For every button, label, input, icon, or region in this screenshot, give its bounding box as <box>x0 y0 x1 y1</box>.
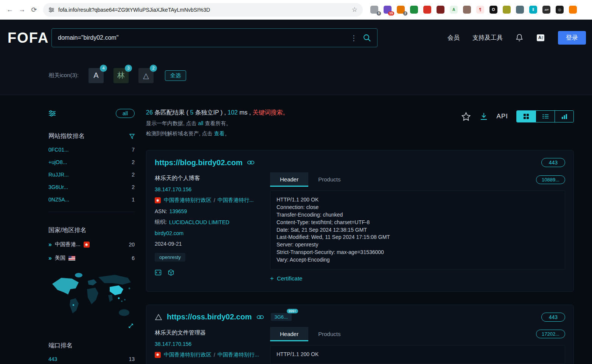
region-item[interactable]: » 中国香港... ✱ 20 <box>48 241 135 248</box>
ext-cyan-bars[interactable]: ‖ <box>529 6 537 14</box>
search-more-icon[interactable]: ⋮ <box>350 34 357 42</box>
ext-red-pilcrow[interactable]: ¶ <box>476 6 484 14</box>
nav-member[interactable]: 会员 <box>447 34 460 42</box>
ext-dark-target[interactable]: ◎ <box>556 6 564 14</box>
keyword-search-link[interactable]: 关键词搜索。 <box>253 109 289 116</box>
fingerprint-link[interactable]: +ujO8... <box>48 159 67 165</box>
fingerprint-count: 2 <box>132 172 135 178</box>
ext-green-leaf[interactable] <box>410 6 418 14</box>
http-header-block: HTTP/1.1 200 OK Connection: close Transf… <box>270 191 565 270</box>
body-hash-badge[interactable]: 10889... <box>536 175 565 184</box>
translate-icon[interactable]: A <box>536 33 545 42</box>
all-filter-pill[interactable]: all <box>116 109 135 118</box>
ext-red-flame[interactable] <box>423 6 431 14</box>
fofa-logo[interactable]: FOFA <box>8 30 49 46</box>
collect-star-icon[interactable] <box>461 112 471 121</box>
fingerprint-link[interactable]: 0FC01... <box>48 147 69 153</box>
search-box[interactable]: ⋮ <box>51 28 378 47</box>
ext-ship[interactable] <box>516 6 524 14</box>
map-expand-icon[interactable] <box>128 323 134 329</box>
notification-bell-icon[interactable] <box>516 34 523 42</box>
stats-text: 。 <box>225 130 230 136</box>
port-badge[interactable]: 443 <box>541 158 565 167</box>
product-cube-icon[interactable] <box>168 269 174 276</box>
fingerprint-link[interactable]: 3G6Ur... <box>48 184 68 190</box>
ext-orange-badge2[interactable]: 2 <box>397 6 405 14</box>
select-all-button[interactable]: 全选 <box>165 70 186 81</box>
region-count: 6 <box>132 255 135 261</box>
ext-purple-badge15[interactable]: 15 <box>384 6 392 14</box>
browser-chrome: ← → ⟳ fofa.info/result?qbase64=ZG9tYWluP… <box>0 0 592 20</box>
chart-view-button[interactable] <box>555 111 573 122</box>
url-text[interactable]: fofa.info/result?qbase64=ZG9tYWluPSJiaXJ… <box>58 7 352 13</box>
region-link[interactable]: 中国香港特别行... <box>218 352 259 358</box>
link-chain-icon[interactable] <box>247 160 255 165</box>
nav-support-tools[interactable]: 支持及工具 <box>472 34 503 42</box>
server-tag[interactable]: openresty <box>155 253 185 262</box>
api-button[interactable]: API <box>497 113 508 120</box>
search-icon[interactable] <box>363 34 371 42</box>
asn-link[interactable]: 139659 <box>169 208 187 214</box>
region-link[interactable]: 中国香港特别行政区 <box>164 197 211 204</box>
ext-git[interactable]: .GIT <box>542 6 550 14</box>
fingerprint-link[interactable]: RuJJR... <box>48 172 69 178</box>
ext-olive-grid[interactable] <box>503 6 511 14</box>
region-name[interactable]: 中国香港... <box>55 241 81 248</box>
ext-dark-red[interactable] <box>437 6 444 14</box>
filter-sliders-icon[interactable] <box>48 110 56 117</box>
tab-header[interactable]: Header <box>270 172 308 187</box>
login-button[interactable]: 登录 <box>558 31 586 45</box>
ext-gray-badge0[interactable]: 0 <box>370 6 378 14</box>
domain-link[interactable]: birdy02.com <box>155 230 183 236</box>
funnel-filter-icon[interactable] <box>129 134 135 139</box>
download-icon[interactable] <box>479 112 488 121</box>
code-window-icon[interactable] <box>155 269 162 276</box>
related-icons-bar: 相关icon(3): A 4 林 3 △ 2 全选 <box>0 56 592 95</box>
all-link[interactable]: all <box>198 120 204 126</box>
refresh-button[interactable]: ⟳ <box>28 4 40 16</box>
fingerprint-chip[interactable]: 3G6... 999+ <box>271 313 292 321</box>
bookmark-star-icon[interactable]: ☆ <box>352 6 357 14</box>
search-input[interactable] <box>58 34 347 41</box>
ext-black-ring[interactable]: O <box>489 6 497 14</box>
results-stats: 26 条匹配结果 ( 5 条独立IP ) , 102 ms , 关键词搜索。 显… <box>146 109 289 137</box>
region-link[interactable]: 中国香港特别行政区 <box>164 352 211 358</box>
forward-button[interactable]: → <box>16 4 28 16</box>
result-ip-link[interactable]: 38.147.170.156 <box>155 341 191 347</box>
certificate-toggle[interactable]: + Certificate <box>270 275 565 282</box>
url-bar[interactable]: fofa.info/result?qbase64=ZG9tYWluPSJiaXJ… <box>43 3 363 17</box>
divider <box>48 212 135 212</box>
list-view-button[interactable] <box>536 111 555 122</box>
region-separator: / <box>214 197 215 203</box>
related-icon-tile-3[interactable]: △ 2 <box>138 68 154 83</box>
region-item[interactable]: » 美国 6 <box>48 255 135 262</box>
link-chain-icon[interactable] <box>256 314 264 320</box>
body-hash-badge[interactable]: 17202... <box>536 330 565 338</box>
region-name[interactable]: 美国 <box>55 255 65 262</box>
org-link[interactable]: LUCIDACLOUD LIMITED <box>169 219 229 225</box>
related-icon-tile-2[interactable]: 林 3 <box>113 68 129 83</box>
favicon-glyph: △ <box>143 71 149 80</box>
port-link[interactable]: 443 <box>48 356 57 362</box>
tab-products[interactable]: Products <box>308 327 350 341</box>
view-toggle <box>516 110 574 122</box>
tab-header[interactable]: Header <box>270 327 308 341</box>
result-ip-link[interactable]: 38.147.170.156 <box>155 186 191 192</box>
port-badge[interactable]: 443 <box>541 313 565 322</box>
region-link[interactable]: 中国香港特行... <box>218 197 254 204</box>
ext-green-a[interactable]: A <box>450 6 458 14</box>
region-rank-title: 国家/地区排名 <box>48 226 86 234</box>
site-settings-icon[interactable] <box>48 7 54 13</box>
fingerprint-link[interactable]: 0NZ5A... <box>48 197 69 203</box>
region-separator: / <box>214 352 215 358</box>
view-link[interactable]: 查看 <box>214 130 225 136</box>
http-header-line: Date: Sat, 21 Sep 2024 12:38:15 GMT <box>277 226 559 234</box>
result-title-link[interactable]: https://blog.birdy02.com <box>155 158 242 167</box>
ext-orange-half[interactable] <box>569 6 577 14</box>
grid-view-button[interactable] <box>517 111 536 122</box>
tab-products[interactable]: Products <box>308 172 350 187</box>
back-button[interactable]: ← <box>4 4 16 16</box>
result-title-link[interactable]: https://oss.birdy02.com <box>167 313 252 321</box>
ext-brown-circle[interactable] <box>463 6 471 14</box>
related-icon-tile-1[interactable]: A 4 <box>89 68 104 83</box>
